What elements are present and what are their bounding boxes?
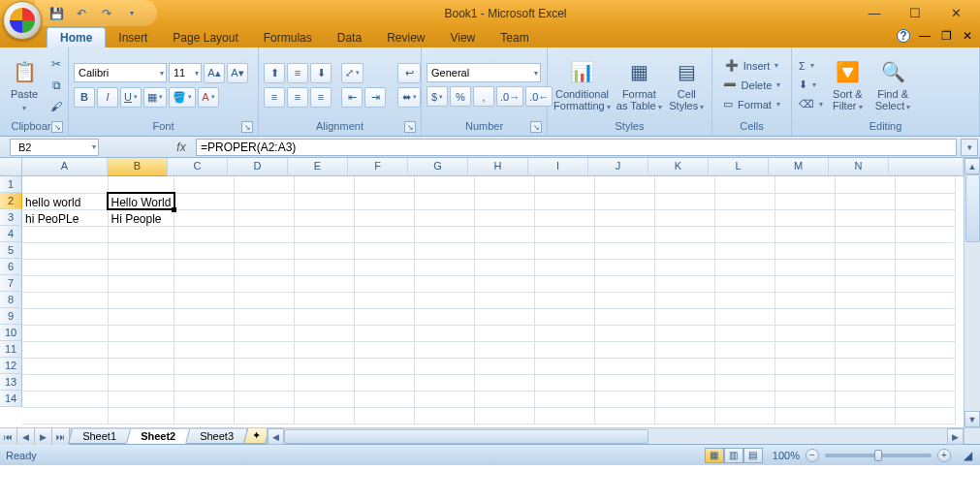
col-header-a[interactable]: A [22,158,108,176]
sheet-tab-sheet2[interactable]: Sheet2 [126,429,190,444]
row-header-4[interactable]: 4 [0,226,22,242]
grow-font-button[interactable]: A▴ [204,63,225,83]
tab-home[interactable]: Home [47,27,106,47]
cut-icon[interactable]: ✂ [47,54,66,74]
clear-button[interactable]: ⌫ [797,95,825,114]
redo-icon[interactable]: ↷ [99,6,114,21]
horizontal-scrollbar[interactable]: ◀ ▶ [267,428,964,444]
autosum-button[interactable]: Σ [797,56,825,76]
select-all-button[interactable] [0,158,22,176]
wrap-text-button[interactable]: ↩ [397,63,421,83]
row-header-7[interactable]: 7 [0,275,22,292]
sort-filter-button[interactable]: 🔽Sort & Filter [828,55,868,114]
row-header-6[interactable]: 6 [0,259,22,275]
fill-color-button[interactable]: 🪣 [169,87,196,108]
hscroll-thumb[interactable] [284,429,648,444]
clipboard-launcher-icon[interactable]: ↘ [51,121,63,133]
scroll-down-icon[interactable]: ▼ [964,411,980,427]
scroll-up-icon[interactable]: ▲ [964,158,980,174]
row-header-8[interactable]: 8 [0,292,22,308]
vertical-scrollbar[interactable]: ▲ ▼ [964,158,980,427]
name-box[interactable]: B2 [10,139,99,156]
tab-data[interactable]: Data [325,28,374,47]
scroll-left-icon[interactable]: ◀ [268,428,284,445]
scroll-right-icon[interactable]: ▶ [947,428,964,445]
tab-view[interactable]: View [437,28,488,47]
sheet-nav-first-icon[interactable]: ⏮ [0,428,17,445]
cell-a3[interactable]: hi PeoPLe [22,209,108,226]
format-as-table-button[interactable]: ▦Format as Table [615,55,664,114]
save-icon[interactable]: 💾 [48,6,64,21]
font-color-button[interactable]: A [198,87,219,108]
close-workbook-icon[interactable]: ✕ [961,29,974,43]
minimize-button[interactable]: — [854,3,895,24]
col-header-h[interactable]: H [468,158,528,176]
row-header-2[interactable]: 2 [0,193,22,209]
font-family-combo[interactable]: Calibri [74,63,167,82]
col-header-j[interactable]: J [588,158,648,176]
font-size-combo[interactable]: 11 [169,63,202,82]
accounting-format-button[interactable]: $ [427,86,448,107]
close-button[interactable]: ✕ [935,3,976,24]
zoom-in-button[interactable]: + [937,449,951,462]
vscroll-thumb[interactable] [965,174,980,242]
cell-a2[interactable]: hello world [22,193,108,209]
number-format-combo[interactable]: General [427,63,541,82]
row-header-3[interactable]: 3 [0,209,22,226]
cell-styles-button[interactable]: ▤Cell Styles [667,55,707,114]
italic-button[interactable]: I [97,87,118,108]
cell-b3[interactable]: Hi People [108,209,174,226]
shrink-font-button[interactable]: A▾ [227,63,248,83]
row-header-12[interactable]: 12 [0,358,22,374]
office-button[interactable] [3,1,42,40]
col-header-l[interactable]: L [709,158,769,176]
restore-workbook-icon[interactable]: ❐ [939,29,953,43]
underline-button[interactable]: U [120,87,142,108]
bold-button[interactable]: B [74,87,95,108]
align-center-button[interactable]: ≡ [287,87,308,108]
tab-team[interactable]: Team [488,28,541,47]
delete-cells-button[interactable]: ➖Delete [721,76,783,95]
row-header-9[interactable]: 9 [0,308,22,325]
tab-insert[interactable]: Insert [106,28,160,47]
sheet-nav-next-icon[interactable]: ▶ [35,428,52,445]
copy-icon[interactable]: ⧉ [47,76,66,95]
align-left-button[interactable]: ≡ [264,87,285,108]
row-header-14[interactable]: 14 [0,391,22,407]
tab-review[interactable]: Review [374,28,437,47]
zoom-thumb[interactable] [874,450,882,461]
col-header-f[interactable]: F [348,158,408,176]
help-icon[interactable]: ? [897,29,910,43]
undo-icon[interactable]: ↶ [74,6,89,21]
cell-b2[interactable]: Hello World [108,193,174,209]
cells-area[interactable]: hello worldHello World hi PeoPLeHi Peopl… [22,176,964,427]
alignment-launcher-icon[interactable]: ↘ [404,121,416,133]
fill-button[interactable]: ⬇ [797,76,825,95]
page-layout-view-button[interactable]: ▥ [724,448,743,463]
font-launcher-icon[interactable]: ↘ [241,121,253,133]
col-header-overflow[interactable] [889,158,964,176]
zoom-out-button[interactable]: − [806,449,819,462]
format-painter-icon[interactable]: 🖌 [47,97,66,116]
normal-view-button[interactable]: ▦ [705,448,724,463]
align-bottom-button[interactable]: ⬇ [310,63,332,83]
qat-customize-icon[interactable]: ▾ [124,6,140,21]
find-select-button[interactable]: 🔍Find & Select [870,55,916,114]
percent-button[interactable]: % [450,86,471,107]
col-header-m[interactable]: M [769,158,829,176]
row-header-10[interactable]: 10 [0,325,22,341]
tab-formulas[interactable]: Formulas [251,28,325,47]
col-header-k[interactable]: K [648,158,709,176]
conditional-formatting-button[interactable]: 📊Conditional Formatting [553,55,612,114]
minimize-ribbon-icon[interactable]: — [918,29,932,43]
border-button[interactable]: ▦ [143,87,167,108]
col-header-n[interactable]: N [829,158,889,176]
formula-bar[interactable] [196,139,957,156]
increase-decimal-button[interactable]: .0→ [496,86,523,107]
expand-formula-bar-icon[interactable]: ▾ [961,139,978,156]
page-break-view-button[interactable]: ▤ [743,448,763,463]
align-middle-button[interactable]: ≡ [287,63,308,83]
col-header-c[interactable]: C [168,158,228,176]
zoom-slider[interactable] [825,454,932,457]
format-cells-button[interactable]: ▭Format [721,95,782,114]
